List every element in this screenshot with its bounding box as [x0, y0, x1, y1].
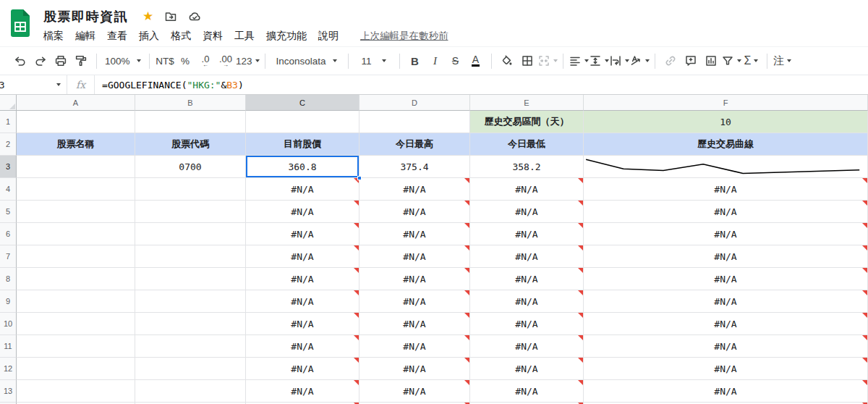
cell-A2[interactable]: 股票名稱 [17, 133, 135, 156]
cell-B6[interactable] [135, 223, 246, 245]
bold-button[interactable]: B [405, 51, 425, 71]
row-header-4[interactable]: 4 [0, 178, 17, 201]
cell-D3[interactable]: 375.4 [359, 156, 470, 178]
cell-A5[interactable] [17, 201, 135, 223]
cell-A7[interactable] [17, 245, 135, 268]
print-button[interactable] [51, 51, 71, 71]
cell-D7[interactable]: #N/A [359, 245, 470, 268]
italic-button[interactable]: I [425, 51, 446, 71]
cell-A10[interactable] [17, 313, 135, 335]
create-filter-button[interactable] [721, 51, 741, 71]
cell-D2[interactable]: 今日最高 [359, 133, 470, 156]
insert-chart-button[interactable] [701, 51, 721, 71]
zoom-select[interactable]: 100% [102, 51, 144, 71]
cell-E6[interactable]: #N/A [470, 223, 584, 245]
cell-F12[interactable]: #N/A [584, 358, 868, 380]
cell-B8[interactable] [135, 268, 246, 290]
text-rotation-button[interactable] [629, 51, 650, 71]
cell-B13[interactable] [135, 380, 246, 403]
cell-A9[interactable] [17, 290, 135, 313]
row-header-2[interactable]: 2 [0, 133, 17, 156]
more-formats-button[interactable]: 123 [236, 51, 260, 71]
cell-E12[interactable]: #N/A [470, 358, 584, 380]
cell-D5[interactable]: #N/A [359, 201, 470, 223]
cell-D10[interactable]: #N/A [359, 313, 470, 335]
paint-format-button[interactable] [71, 51, 91, 71]
cell-D4[interactable]: #N/A [359, 178, 470, 201]
row-header-10[interactable]: 10 [0, 313, 17, 335]
redo-button[interactable] [30, 51, 51, 71]
cell-B3[interactable]: 0700 [135, 156, 246, 178]
cell-B5[interactable] [135, 201, 246, 223]
cell-B12[interactable] [135, 358, 246, 380]
cell-C11[interactable]: #N/A [246, 335, 359, 358]
menu-help[interactable]: 說明 [312, 28, 344, 44]
menu-view[interactable]: 查看 [101, 28, 133, 44]
cell-F13[interactable]: #N/A [584, 380, 868, 403]
cloud-saved-icon[interactable] [188, 10, 202, 23]
text-wrap-button[interactable] [609, 51, 629, 71]
row-header-6[interactable]: 6 [0, 223, 17, 245]
cell-E1[interactable]: 歷史交易區間（天） [470, 111, 584, 133]
decrease-decimal-button[interactable]: .0← [195, 51, 216, 71]
cell-D12[interactable]: #N/A [359, 358, 470, 380]
fill-handle[interactable] [357, 176, 362, 180]
column-header-F[interactable]: F [584, 95, 868, 111]
horizontal-align-button[interactable] [569, 51, 589, 71]
row-header-5[interactable]: 5 [0, 201, 17, 223]
cell-A1[interactable] [17, 111, 135, 133]
cell-E8[interactable]: #N/A [470, 268, 584, 290]
menu-file[interactable]: 檔案 [38, 28, 69, 44]
formula-input[interactable]: =GOOGLEFINANCE("HKG:"&B3) [95, 80, 244, 91]
cell-E2[interactable]: 今日最低 [470, 133, 584, 156]
cell-C13[interactable]: #N/A [246, 380, 359, 403]
cell-C1[interactable] [246, 111, 359, 133]
cell-F3[interactable] [584, 156, 868, 178]
row-header-11[interactable]: 11 [0, 335, 17, 358]
row-header-8[interactable]: 8 [0, 268, 17, 290]
vertical-align-button[interactable] [589, 51, 609, 71]
row-header-7[interactable]: 7 [0, 245, 17, 268]
cell-F9[interactable]: #N/A [584, 290, 868, 313]
cell-D9[interactable]: #N/A [359, 290, 470, 313]
cell-C4[interactable]: #N/A [246, 178, 359, 201]
cell-C9[interactable]: #N/A [246, 290, 359, 313]
cell-B9[interactable] [135, 290, 246, 313]
cell-A13[interactable] [17, 380, 135, 403]
cell-C5[interactable]: #N/A [246, 201, 359, 223]
text-color-button[interactable]: A [466, 51, 486, 71]
cell-E7[interactable]: #N/A [470, 245, 584, 268]
row-header-13[interactable]: 13 [0, 380, 17, 403]
strikethrough-button[interactable]: S [446, 51, 466, 71]
insert-link-button[interactable] [660, 51, 681, 71]
cell-E11[interactable]: #N/A [470, 335, 584, 358]
cell-A12[interactable] [17, 358, 135, 380]
cell-D8[interactable]: #N/A [359, 268, 470, 290]
cell-F8[interactable]: #N/A [584, 268, 868, 290]
cell-B7[interactable] [135, 245, 246, 268]
functions-button[interactable]: Σ [741, 51, 762, 71]
cell-F1[interactable]: 10 [584, 111, 868, 133]
cell-B10[interactable] [135, 313, 246, 335]
menu-tools[interactable]: 工具 [229, 28, 260, 44]
cell-F4[interactable]: #N/A [584, 178, 868, 201]
cell-F10[interactable]: #N/A [584, 313, 868, 335]
cell-E5[interactable]: #N/A [470, 201, 584, 223]
last-edit-status[interactable]: 上次編輯是在數秒前 [360, 30, 448, 43]
cell-C6[interactable]: #N/A [246, 223, 359, 245]
cell-A6[interactable] [17, 223, 135, 245]
cell-C10[interactable]: #N/A [246, 313, 359, 335]
cell-B4[interactable] [135, 178, 246, 201]
cell-B2[interactable]: 股票代碼 [135, 133, 246, 156]
cell-A8[interactable] [17, 268, 135, 290]
menu-edit[interactable]: 編輯 [69, 28, 101, 44]
row-header-12[interactable]: 12 [0, 358, 17, 380]
font-family-select[interactable]: Inconsolata [272, 51, 341, 71]
cell-D1[interactable] [359, 111, 470, 133]
insert-comment-button[interactable] [681, 51, 701, 71]
column-header-D[interactable]: D [359, 95, 470, 111]
cell-C2[interactable]: 目前股價 [246, 133, 359, 156]
merge-cells-button[interactable] [537, 51, 558, 71]
borders-button[interactable] [517, 51, 537, 71]
menu-insert[interactable]: 插入 [133, 28, 165, 44]
